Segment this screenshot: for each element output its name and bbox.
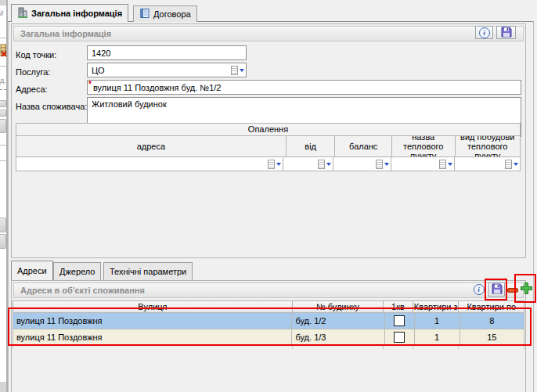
info-icon: i [479, 27, 490, 38]
cell-1kv[interactable] [385, 329, 414, 345]
background-text-fragment: д. [0, 77, 6, 85]
column-header-building[interactable]: № будинку [293, 301, 384, 312]
filter-cell-balance[interactable] [333, 157, 391, 171]
service-combo[interactable]: ЦО [87, 63, 247, 77]
kv1-checkbox[interactable] [394, 332, 405, 343]
cell-apt-from[interactable]: 1 [415, 329, 460, 345]
field-label-code: Код точки: [16, 48, 56, 63]
background-toolbar-item [0, 100, 6, 107]
cell-street[interactable]: вулиця 11 Поздовжня [13, 313, 292, 329]
add-row-button[interactable] [519, 282, 534, 297]
application-window: ії д. [0, 0, 537, 392]
separator [0, 38, 6, 38]
background-toolbar-item [0, 119, 6, 133]
separator [0, 89, 6, 90]
heating-grid-filter-row [16, 157, 520, 171]
info-button[interactable]: i [471, 283, 486, 296]
address-input[interactable] [87, 80, 521, 95]
background-window-sliver: ії д. [0, 0, 8, 392]
tab-source[interactable]: Джерело [53, 262, 101, 280]
save-button[interactable] [488, 282, 505, 297]
tab-label: Джерело [59, 267, 95, 276]
remove-row-button[interactable] [506, 283, 518, 296]
heating-grid-header-row: адреса від баланс назва теплового пункту… [16, 136, 520, 157]
required-asterisk: * [88, 80, 92, 88]
cell-street[interactable]: вулиця 11 Поздовжня [13, 329, 292, 345]
lookup-grid-glyph [268, 160, 275, 169]
addresses-grid: Вулиця № будинку 1кв Квартири з Квартири… [13, 300, 524, 349]
addresses-panel-header: Адреси в об'єкті споживання [13, 282, 524, 298]
field-label-consumer: Назва споживача: [16, 99, 87, 114]
tab-addresses[interactable]: Адреси [11, 261, 53, 280]
background-window-edge [0, 382, 6, 392]
column-header-apt-from[interactable]: Квартири з [413, 301, 460, 312]
field-label-address: Адреса: [16, 82, 48, 97]
tab-label: Загальна інформація [31, 9, 122, 18]
column-header-1kv[interactable]: 1кв [384, 301, 413, 312]
column-header-heat-point-type[interactable]: вид побудови теплового пункту [456, 136, 520, 156]
ledger-icon [139, 8, 150, 20]
column-header-apt-to[interactable]: Квартири по [459, 301, 523, 312]
cell-apt-to[interactable]: 15 [460, 329, 524, 345]
cell-apt-from[interactable]: 1 [415, 313, 460, 329]
chevron-down-icon [384, 163, 389, 166]
separator [0, 145, 6, 146]
tab-contracts[interactable]: Договора [133, 5, 197, 22]
cell-building[interactable]: буд. 1/3 [292, 329, 385, 345]
column-header-balance[interactable]: баланс [335, 136, 392, 156]
save-icon [501, 27, 512, 39]
cell-1kv[interactable] [385, 313, 414, 329]
background-toolbar-item [0, 218, 6, 232]
chevron-down-icon [326, 163, 331, 166]
filter-cell-heat-point-name[interactable] [391, 157, 455, 171]
panel-title: Загальна інформація [14, 27, 523, 41]
separator [0, 66, 6, 67]
info-button[interactable]: i [475, 26, 493, 39]
tab-label: Технічні параметри [110, 267, 186, 276]
excel-export-icon [0, 44, 6, 59]
address-field-wrap: * [87, 80, 521, 95]
filter-cell-from[interactable] [283, 157, 333, 171]
filter-cell-heat-point-type[interactable] [455, 157, 520, 171]
add-icon [520, 282, 533, 297]
table-row[interactable]: вулиця 11 Поздовжня буд. 1/2 1 8 [13, 312, 524, 329]
column-header-address[interactable]: адреса [16, 136, 287, 156]
background-toolbar-item [0, 110, 6, 117]
lookup-grid-glyph [231, 66, 238, 75]
chevron-down-icon [514, 163, 518, 166]
field-label-service: Послуга: [16, 65, 50, 80]
background-text-fragment: ії [0, 9, 3, 17]
save-button[interactable] [496, 26, 516, 39]
lookup-grid-glyph [318, 160, 325, 169]
column-header-from[interactable]: від [287, 136, 336, 156]
tab-label: Адреси [17, 266, 47, 275]
heating-grid-title: Опалення [16, 124, 520, 136]
background-window-edge [0, 0, 6, 5]
chevron-down-icon [240, 69, 244, 72]
code-input[interactable] [87, 45, 247, 60]
save-icon [492, 283, 503, 296]
chevron-down-icon [276, 163, 281, 166]
panel-title: Адреси в об'єкті споживання [14, 283, 523, 297]
column-header-heat-point-name[interactable]: назва теплового пункту [392, 136, 456, 156]
lookup-grid-glyph [439, 160, 446, 169]
addresses-grid-header-row: Вулиця № будинку 1кв Квартири з Квартири… [13, 300, 524, 312]
addresses-grid-empty-area [13, 345, 524, 349]
dropdown-icon[interactable] [231, 66, 246, 75]
lookup-grid-glyph [505, 160, 512, 169]
service-value: ЦО [92, 66, 231, 75]
tab-general-info[interactable]: Загальна інформація [11, 4, 128, 22]
lookup-grid-glyph [376, 160, 383, 169]
background-toolbar-item [0, 234, 6, 249]
cell-apt-to[interactable]: 8 [460, 313, 524, 329]
tab-technical-params[interactable]: Технічні параметри [103, 262, 193, 280]
filter-cell-address[interactable] [16, 157, 283, 171]
tab-label: Договора [153, 9, 191, 19]
cell-building[interactable]: буд. 1/2 [292, 313, 385, 329]
separator [0, 160, 6, 161]
column-header-street[interactable]: Вулиця [13, 301, 293, 312]
remove-icon [507, 285, 518, 294]
heating-grid: Опалення адреса від баланс назва теплово… [16, 123, 521, 171]
table-row[interactable]: вулиця 11 Поздовжня буд. 1/3 1 15 [13, 329, 524, 345]
kv1-checkbox[interactable] [394, 315, 405, 326]
